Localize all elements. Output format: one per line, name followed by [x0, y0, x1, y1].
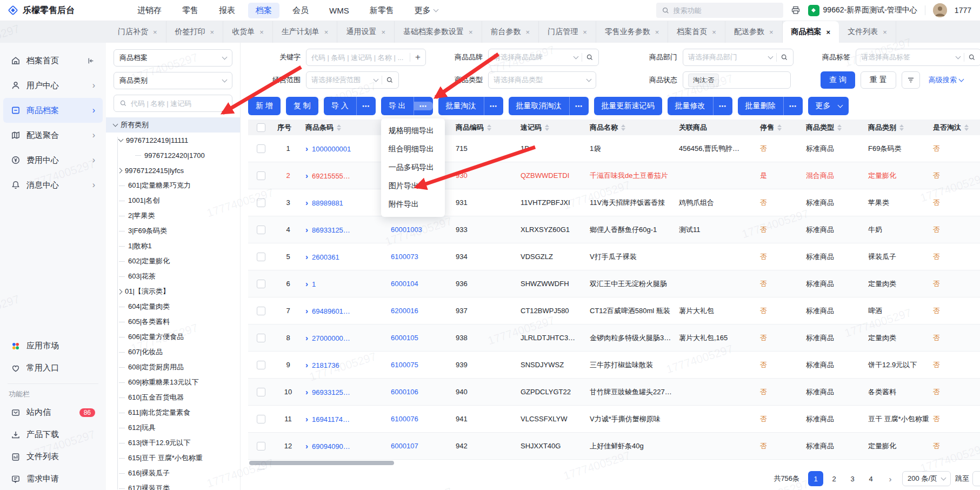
- tag-select[interactable]: 请选择商品标签: [856, 49, 980, 66]
- code-link[interactable]: 6000107: [391, 442, 418, 450]
- tab[interactable]: 档案首页×: [668, 21, 725, 43]
- header-cell[interactable]: 商品编码: [452, 123, 517, 133]
- tenant[interactable]: 99662-新界面测试-管理中心: [808, 5, 917, 16]
- code-link[interactable]: 6000106: [391, 388, 418, 396]
- row-checkbox[interactable]: [257, 226, 265, 234]
- page-button[interactable]: 1: [808, 471, 823, 486]
- tree-item[interactable]: 609|称重糖果13元以下: [114, 375, 232, 390]
- tree-item[interactable]: 604|定量肉类: [114, 299, 232, 314]
- expand-row-icon[interactable]: ›: [305, 144, 308, 153]
- tab[interactable]: 收货单×: [223, 21, 273, 43]
- toolbar-button[interactable]: 复 制: [286, 97, 318, 115]
- tree-item[interactable]: 617|裸装豆类: [114, 481, 232, 490]
- tab[interactable]: 文件列表×: [839, 21, 896, 43]
- row-checkbox[interactable]: [257, 469, 265, 470]
- tree-item[interactable]: 605|各类酱料: [114, 314, 232, 329]
- tree-item[interactable]: 607|化妆品: [114, 345, 232, 360]
- header-cell[interactable]: 序号: [274, 123, 302, 133]
- tab[interactable]: 商品档案×: [783, 21, 839, 43]
- row-checkbox[interactable]: [257, 442, 265, 451]
- close-icon[interactable]: ×: [526, 28, 530, 36]
- close-icon[interactable]: ×: [883, 28, 887, 36]
- export-menu-item[interactable]: 组合明细导出: [381, 140, 445, 158]
- table-row[interactable]: 1›100000000110001017151D1袋456456,曹氏鸭脖…否标…: [248, 135, 980, 162]
- keyword-input-field[interactable]: [311, 54, 406, 62]
- export-menu-item[interactable]: 图片导出: [381, 177, 445, 195]
- toolbar-button[interactable]: 批量删除⋯: [738, 97, 803, 115]
- toolbar-button[interactable]: 新 增: [248, 97, 281, 115]
- query-button[interactable]: 查 询: [821, 71, 855, 89]
- expand-row-icon[interactable]: ›: [305, 252, 308, 261]
- expand-row-icon[interactable]: ›: [305, 414, 308, 423]
- sidebar-item[interactable]: 用户中心›: [3, 73, 103, 98]
- sidebar-item[interactable]: 站内信86: [3, 401, 103, 423]
- sort-icon[interactable]: [545, 124, 549, 131]
- table-row[interactable]: 6›16000104936SHWZWWDFH双汇王中王无淀粉火腿肠否标准商品定量…: [248, 270, 980, 297]
- expand-row-icon[interactable]: ›: [305, 360, 308, 369]
- header-cell[interactable]: 关联商品: [676, 123, 757, 133]
- expand-row-icon[interactable]: ›: [305, 171, 308, 180]
- caret-right-icon[interactable]: [117, 289, 123, 294]
- sidebar-item[interactable]: 应用市场: [3, 335, 103, 357]
- page-size-select[interactable]: 200 条/页: [902, 471, 951, 486]
- header-cell[interactable]: 是否淘汰: [930, 123, 980, 133]
- tree-item[interactable]: 1|散称1: [114, 239, 232, 254]
- more-options-button[interactable]: ⋯: [414, 102, 433, 110]
- dept-select[interactable]: 请选择商品部门: [683, 49, 794, 66]
- status-tag[interactable]: 淘汰:否: [688, 74, 719, 87]
- barcode-link[interactable]: 88989881: [312, 199, 343, 207]
- barcode-link[interactable]: 69094090…: [312, 442, 350, 451]
- table-row[interactable]: 4›86933125…60001003933XLRXSYZ60G1鄉俚人香酥鱼仔…: [248, 216, 980, 243]
- tree-item[interactable]: 01|【演示类】: [114, 284, 232, 299]
- topnav-item[interactable]: WMS: [322, 3, 357, 18]
- avatar[interactable]: [933, 3, 947, 17]
- row-checkbox[interactable]: [257, 388, 265, 396]
- expand-row-icon[interactable]: ›: [305, 333, 308, 342]
- tree-item[interactable]: 611|南北货定量素食: [114, 405, 232, 420]
- category-type-select[interactable]: 商品类别: [114, 72, 232, 89]
- status-input[interactable]: 淘汰:否: [683, 71, 791, 89]
- row-checkbox[interactable]: [257, 171, 265, 180]
- topnav-item[interactable]: 报表: [211, 3, 243, 18]
- tab[interactable]: 配送参数×: [725, 21, 783, 43]
- topnav-item[interactable]: 会员: [285, 3, 316, 18]
- tab[interactable]: 零售业务参数×: [596, 21, 669, 43]
- tree-item[interactable]: 1001|名创: [114, 193, 232, 208]
- page-button[interactable]: 4: [863, 471, 878, 486]
- add-keyword-button[interactable]: +: [414, 52, 421, 63]
- topnav-item[interactable]: 更多: [407, 3, 445, 18]
- sort-icon[interactable]: [837, 124, 842, 131]
- tree-item[interactable]: 606|定量方便食品: [114, 329, 232, 345]
- ptype-select[interactable]: 请选择商品类型: [488, 71, 596, 89]
- close-icon[interactable]: ×: [712, 28, 716, 36]
- export-menu-item[interactable]: 规格明细导出: [381, 122, 445, 140]
- close-icon[interactable]: ×: [655, 28, 659, 36]
- sidebar-item[interactable]: 商品档案›: [3, 98, 103, 123]
- code-link[interactable]: 6000105: [391, 334, 418, 342]
- expand-row-icon[interactable]: ›: [305, 468, 308, 469]
- close-icon[interactable]: ×: [324, 28, 329, 36]
- close-icon[interactable]: ×: [210, 28, 215, 36]
- topnav-item[interactable]: 新零售: [362, 3, 402, 18]
- tree-item[interactable]: 610|五金百货电器: [114, 390, 232, 405]
- search-icon[interactable]: [968, 54, 976, 61]
- tree-item[interactable]: 616|裸装瓜子: [114, 466, 232, 481]
- expand-row-icon[interactable]: ›: [305, 387, 308, 396]
- more-options-button[interactable]: ⋯: [784, 102, 803, 110]
- row-checkbox[interactable]: [257, 144, 265, 153]
- topnav-item[interactable]: 档案: [248, 3, 279, 18]
- sidebar-item[interactable]: 消息中心›: [3, 173, 103, 197]
- sort-icon[interactable]: [621, 124, 625, 131]
- code-link[interactable]: 6100075: [391, 361, 418, 369]
- more-options-button[interactable]: ⋯: [357, 102, 376, 110]
- toolbar-button[interactable]: 更多: [808, 97, 849, 115]
- tree-item[interactable]: 99767122420|1700: [114, 148, 232, 163]
- barcode-link[interactable]: 69215555…: [312, 172, 350, 180]
- table-row[interactable]: 9›21817366100075939SNSDJYWSZ三牛苏打椒盐味散装否标准…: [248, 352, 980, 379]
- tree-item[interactable]: 99767122419|11111: [114, 133, 232, 148]
- barcode-link[interactable]: 69489601…: [312, 307, 350, 315]
- reset-button[interactable]: 重 置: [861, 71, 896, 89]
- table-row[interactable]: 2›69215555…6000101930QZBWWDETDI千滋百味我de土豆…: [248, 162, 980, 189]
- archive-select[interactable]: 商品档案: [114, 49, 232, 67]
- export-menu-item[interactable]: 一品多码导出: [381, 158, 445, 177]
